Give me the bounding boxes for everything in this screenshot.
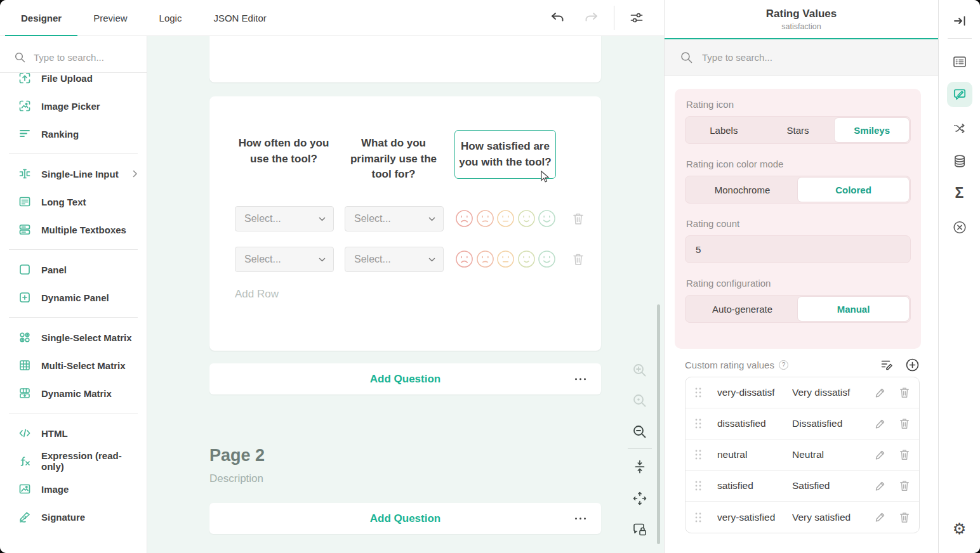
settings-sliders-icon[interactable]: [619, 10, 654, 26]
property-grid-icon[interactable]: [951, 54, 967, 70]
toolbox-item-image-picker[interactable]: Image Picker: [0, 92, 147, 120]
drag-move-icon[interactable]: [632, 490, 648, 507]
toolbox-item-single-line-input[interactable]: Single-Line Input: [0, 160, 147, 188]
add-row-button[interactable]: Add Row: [235, 288, 279, 301]
question-card-above[interactable]: [209, 36, 601, 82]
rating-value[interactable]: very-dissatisf: [717, 387, 792, 398]
matrix-column-header-2[interactable]: What do you primarily use the tool for?: [343, 136, 444, 183]
drag-handle-icon[interactable]: [694, 387, 702, 398]
circle-cross-icon[interactable]: [951, 219, 967, 235]
help-icon[interactable]: [779, 360, 788, 370]
matrix-select-dropdown[interactable]: Select...: [345, 206, 444, 231]
collapse-all-icon[interactable]: [632, 459, 648, 475]
toolbox-item-long-text[interactable]: Long Text: [0, 188, 147, 216]
rating-value[interactable]: very-satisfied: [717, 512, 792, 523]
tab-preview[interactable]: Preview: [77, 0, 143, 36]
delete-value-icon[interactable]: [898, 417, 911, 431]
matrix-select-dropdown[interactable]: Select...: [235, 206, 334, 231]
rating-text[interactable]: Neutral: [792, 449, 872, 460]
edit-pencil-icon[interactable]: [873, 448, 887, 462]
matrix-select-dropdown[interactable]: Select...: [345, 247, 444, 272]
matrix-question-card[interactable]: How often do you use the tool? What do y…: [209, 96, 601, 351]
delete-value-icon[interactable]: [898, 479, 911, 493]
toolbox-item-ranking[interactable]: Ranking: [0, 120, 147, 148]
matrix-select-dropdown[interactable]: Select...: [235, 247, 334, 272]
question-type-menu-icon[interactable]: [573, 375, 589, 383]
smiley-satisfied-icon[interactable]: [517, 209, 536, 228]
smiley-neutral-icon[interactable]: [496, 209, 515, 228]
add-question-button[interactable]: Add Question: [209, 363, 601, 394]
drag-handle-icon[interactable]: [694, 480, 702, 491]
toolbox-item-panel[interactable]: Panel: [0, 256, 147, 283]
drag-handle-icon[interactable]: [694, 449, 702, 460]
rating-icon-option-smileys[interactable]: Smileys: [835, 118, 909, 142]
smiley-very-dissatisfied-icon[interactable]: [455, 250, 473, 268]
smiley-very-satisfied-icon[interactable]: [538, 250, 556, 268]
smiley-very-dissatisfied-icon[interactable]: [455, 209, 473, 228]
toolbox-item-dynamic-matrix[interactable]: Dynamic Matrix: [0, 379, 147, 407]
smiley-satisfied-icon[interactable]: [517, 250, 536, 268]
property-search[interactable]: [665, 39, 938, 76]
toolbox-item-multi-select-matrix[interactable]: Multi-Select Matrix: [0, 351, 147, 379]
page-description[interactable]: Description: [209, 472, 263, 485]
tab-logic[interactable]: Logic: [143, 0, 198, 36]
delete-row-icon[interactable]: [571, 211, 585, 226]
collapse-panel-icon[interactable]: [952, 13, 967, 29]
toolbox-item-expression[interactable]: Expression (read-only): [0, 447, 147, 475]
lock-comment-icon[interactable]: [632, 521, 648, 538]
logic-shuffle-icon[interactable]: [951, 120, 967, 136]
edit-pencil-icon[interactable]: [873, 511, 887, 524]
rating-text[interactable]: Very satisfied: [792, 512, 872, 523]
sigma-icon[interactable]: [955, 186, 964, 200]
toolbox-item-file-upload[interactable]: File Upload: [0, 73, 147, 92]
rating-text[interactable]: Very dissatisf: [792, 387, 872, 398]
toolbox-search[interactable]: [0, 42, 147, 73]
toolbox-item-dynamic-panel[interactable]: Dynamic Panel: [0, 283, 147, 311]
property-search-input[interactable]: [702, 52, 880, 63]
rating-value[interactable]: satisfied: [717, 480, 792, 491]
delete-value-icon[interactable]: [898, 386, 911, 400]
chevron-right-icon[interactable]: [133, 170, 138, 178]
smiley-very-satisfied-icon[interactable]: [538, 209, 556, 228]
smiley-dissatisfied-icon[interactable]: [476, 250, 494, 268]
edit-pencil-icon[interactable]: [873, 417, 887, 431]
toolbox-search-input[interactable]: [34, 52, 122, 63]
canvas-scrollbar[interactable]: [657, 304, 660, 544]
zoom-out-icon[interactable]: [632, 424, 648, 440]
rating-value[interactable]: dissatisfied: [717, 418, 792, 429]
zoom-in-icon[interactable]: [632, 362, 648, 379]
smiley-dissatisfied-icon[interactable]: [476, 209, 494, 228]
drag-handle-icon[interactable]: [694, 418, 702, 429]
matrix-column-header-1[interactable]: How often do you use the tool?: [236, 136, 331, 167]
delete-value-icon[interactable]: [898, 511, 911, 524]
delete-row-icon[interactable]: [571, 252, 585, 267]
gear-icon[interactable]: [953, 521, 967, 537]
toolbox-item-single-select-matrix[interactable]: Single-Select Matrix: [0, 323, 147, 351]
drag-handle-icon[interactable]: [694, 512, 702, 523]
zoom-reset-icon[interactable]: [632, 393, 648, 409]
question-type-menu-icon[interactable]: [573, 515, 589, 523]
toolbox-item-signature[interactable]: Signature: [0, 503, 147, 531]
rating-icon-option-stars[interactable]: Stars: [761, 118, 835, 142]
page-title[interactable]: Page 2: [209, 446, 265, 465]
rating-value[interactable]: neutral: [717, 449, 792, 460]
undo-icon[interactable]: [540, 10, 574, 25]
database-icon[interactable]: [951, 153, 967, 169]
toolbox-item-image[interactable]: Image: [0, 475, 147, 503]
tab-designer[interactable]: Designer: [5, 0, 77, 36]
add-question-button[interactable]: Add Question: [209, 503, 601, 534]
rating-count-input[interactable]: [685, 235, 911, 263]
edit-bubble-icon-active[interactable]: [947, 82, 972, 107]
edit-pencil-icon[interactable]: [873, 479, 887, 493]
batch-edit-icon[interactable]: [880, 358, 894, 372]
toolbox-item-multiple-textboxes[interactable]: Multiple Textboxes: [0, 216, 147, 244]
redo-icon[interactable]: [574, 10, 609, 25]
toolbox-item-html[interactable]: HTML: [0, 419, 147, 447]
rating-icon-option-labels[interactable]: Labels: [687, 118, 761, 142]
rating-text[interactable]: Dissatisfied: [792, 418, 872, 429]
rating-config-option-auto-generate[interactable]: Auto-generate: [687, 297, 798, 321]
rating-config-option-manual[interactable]: Manual: [798, 297, 909, 321]
smiley-neutral-icon[interactable]: [496, 250, 515, 268]
rating-text[interactable]: Satisfied: [792, 480, 872, 491]
color-mode-option-colored[interactable]: Colored: [798, 178, 909, 202]
